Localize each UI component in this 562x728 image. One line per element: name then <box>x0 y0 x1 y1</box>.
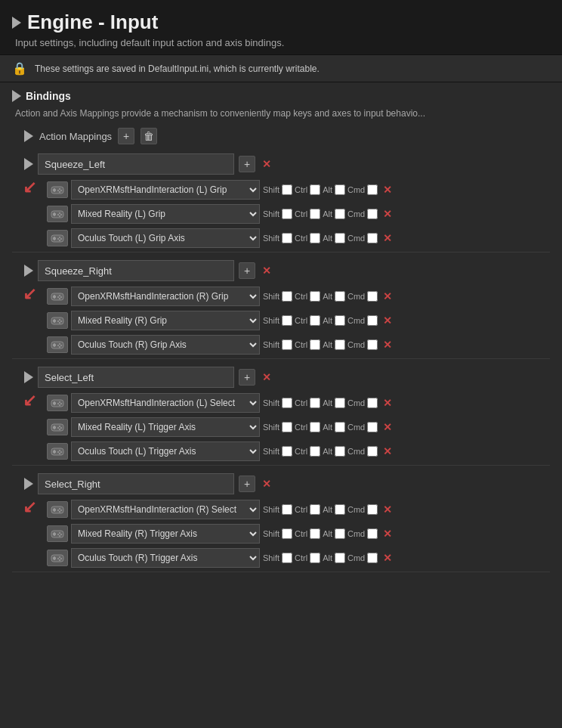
binding-select-0-0[interactable]: OpenXRMsftHandInteraction (L) Grip <box>71 180 260 200</box>
mod-checkbox-cmd-2-0[interactable] <box>367 398 378 408</box>
mod-checkbox-shift-3-1[interactable] <box>282 528 292 539</box>
delete-group-button-0[interactable]: ✕ <box>260 158 273 170</box>
mod-checkbox-cmd-3-0[interactable] <box>367 504 378 515</box>
delete-binding-button-0-0[interactable]: ✕ <box>381 184 394 196</box>
delete-action-mapping-button[interactable]: 🗑 <box>140 128 157 144</box>
group-collapse-icon-2[interactable] <box>24 371 33 383</box>
binding-select-0-1[interactable]: Mixed Reality (L) Grip <box>71 204 260 224</box>
binding-select-3-2[interactable]: Oculus Touch (R) Trigger Axis <box>71 548 260 568</box>
mod-checkbox-cmd-0-0[interactable] <box>367 184 378 195</box>
gamepad-icon <box>47 550 68 566</box>
delete-binding-button-2-2[interactable]: ✕ <box>381 445 394 457</box>
svg-rect-30 <box>53 320 56 322</box>
delete-group-button-1[interactable]: ✕ <box>260 265 273 277</box>
mod-checkbox-ctrl-0-0[interactable] <box>310 184 320 195</box>
delete-binding-button-1-0[interactable]: ✕ <box>381 290 394 302</box>
mod-checkbox-cmd-1-2[interactable] <box>367 339 378 350</box>
mod-checkbox-alt-2-0[interactable] <box>335 398 345 408</box>
mod-checkbox-ctrl-0-1[interactable] <box>310 209 320 219</box>
mod-checkbox-ctrl-1-2[interactable] <box>310 339 320 350</box>
delete-binding-button-3-1[interactable]: ✕ <box>381 528 394 540</box>
mod-checkbox-shift-2-1[interactable] <box>282 422 292 432</box>
mod-checkbox-cmd-2-1[interactable] <box>367 422 378 432</box>
modifiers-1-2: ShiftCtrlAltCmd <box>263 339 378 350</box>
delete-binding-button-3-2[interactable]: ✕ <box>381 552 394 564</box>
add-action-mapping-button[interactable]: + <box>118 128 134 144</box>
mod-checkbox-shift-0-1[interactable] <box>282 209 292 219</box>
mod-checkbox-alt-3-1[interactable] <box>335 528 345 539</box>
mod-checkbox-alt-3-0[interactable] <box>335 504 345 515</box>
binding-select-3-0[interactable]: OpenXRMsftHandInteraction (R) Select <box>71 500 260 519</box>
collapse-icon[interactable] <box>12 17 21 29</box>
binding-select-1-2[interactable]: Oculus Touch (R) Grip Axis <box>71 335 260 355</box>
binding-select-2-2[interactable]: Oculus Touch (L) Trigger Axis <box>71 441 260 461</box>
mod-checkbox-cmd-0-1[interactable] <box>367 209 378 219</box>
delete-binding-button-2-1[interactable]: ✕ <box>381 421 394 433</box>
svg-point-5 <box>57 190 59 191</box>
delete-binding-button-1-2[interactable]: ✕ <box>381 339 394 351</box>
svg-point-32 <box>60 321 62 322</box>
mod-checkbox-ctrl-2-2[interactable] <box>310 446 320 457</box>
mod-checkbox-cmd-2-2[interactable] <box>367 446 378 457</box>
mod-checkbox-ctrl-3-2[interactable] <box>310 553 320 563</box>
mod-checkbox-shift-2-2[interactable] <box>282 446 292 457</box>
mod-checkbox-ctrl-2-0[interactable] <box>310 398 320 408</box>
mod-checkbox-alt-1-2[interactable] <box>335 339 345 350</box>
group-collapse-icon-3[interactable] <box>24 478 33 490</box>
mod-checkbox-ctrl-1-1[interactable] <box>310 315 320 326</box>
mod-checkbox-alt-1-0[interactable] <box>335 291 345 302</box>
mod-checkbox-shift-2-0[interactable] <box>282 398 292 408</box>
binding-select-3-1[interactable]: Mixed Reality (R) Trigger Axis <box>71 524 260 544</box>
mod-checkbox-shift-0-2[interactable] <box>282 233 292 243</box>
add-binding-button-2[interactable]: + <box>239 369 255 386</box>
add-binding-button-3[interactable]: + <box>239 476 255 492</box>
delete-binding-button-3-0[interactable]: ✕ <box>381 503 394 516</box>
delete-group-button-3[interactable]: ✕ <box>260 478 273 490</box>
group-name-input-2[interactable] <box>38 367 234 388</box>
mod-checkbox-cmd-3-2[interactable] <box>367 553 378 563</box>
mod-checkbox-shift-1-2[interactable] <box>282 339 292 350</box>
action-mappings-collapse-icon[interactable] <box>24 130 33 142</box>
binding-select-1-0[interactable]: OpenXRMsftHandInteraction (R) Grip <box>71 287 260 306</box>
mod-checkbox-alt-1-1[interactable] <box>335 315 345 326</box>
mod-checkbox-alt-2-1[interactable] <box>335 422 345 432</box>
bindings-collapse-icon[interactable] <box>12 90 21 102</box>
mod-checkbox-cmd-0-2[interactable] <box>367 233 378 243</box>
mod-checkbox-ctrl-0-2[interactable] <box>310 233 320 243</box>
delete-binding-button-1-1[interactable]: ✕ <box>381 314 394 327</box>
mod-checkbox-ctrl-2-1[interactable] <box>310 422 320 432</box>
mod-checkbox-shift-3-0[interactable] <box>282 504 292 515</box>
delete-binding-button-0-1[interactable]: ✕ <box>381 208 394 220</box>
mod-checkbox-alt-0-1[interactable] <box>335 209 345 219</box>
group-name-input-0[interactable] <box>38 153 234 175</box>
binding-select-2-1[interactable]: Mixed Reality (L) Trigger Axis <box>71 417 260 437</box>
mod-checkbox-cmd-3-1[interactable] <box>367 528 378 539</box>
group-name-input-3[interactable] <box>38 473 234 494</box>
mod-checkbox-shift-0-0[interactable] <box>282 184 292 195</box>
mod-checkbox-alt-3-2[interactable] <box>335 553 345 563</box>
mod-checkbox-cmd-1-1[interactable] <box>367 315 378 326</box>
mod-checkbox-shift-1-1[interactable] <box>282 315 292 326</box>
delete-group-button-2[interactable]: ✕ <box>260 371 273 383</box>
mod-checkbox-alt-2-2[interactable] <box>335 446 345 457</box>
mod-checkbox-shift-3-2[interactable] <box>282 553 292 563</box>
binding-row-3-1: Mixed Reality (R) Trigger AxisShiftCtrlA… <box>12 522 550 546</box>
binding-select-2-0[interactable]: OpenXRMsftHandInteraction (L) Select <box>71 393 260 413</box>
add-binding-button-1[interactable]: + <box>239 262 255 279</box>
add-binding-button-0[interactable]: + <box>239 156 255 172</box>
mod-checkbox-cmd-1-0[interactable] <box>367 291 378 302</box>
binding-select-0-2[interactable]: Oculus Touch (L) Grip Axis <box>71 228 260 248</box>
mod-checkbox-ctrl-3-0[interactable] <box>310 504 320 515</box>
svg-point-83 <box>59 559 60 561</box>
group-name-input-1[interactable] <box>38 260 234 281</box>
mod-checkbox-ctrl-3-1[interactable] <box>310 528 320 539</box>
mod-checkbox-shift-1-0[interactable] <box>282 291 292 302</box>
delete-binding-button-0-2[interactable]: ✕ <box>381 232 394 244</box>
delete-binding-button-2-0[interactable]: ✕ <box>381 397 394 409</box>
mod-checkbox-ctrl-1-0[interactable] <box>310 291 320 302</box>
mod-checkbox-alt-0-0[interactable] <box>335 184 345 195</box>
binding-select-1-1[interactable]: Mixed Reality (R) Grip <box>71 311 260 330</box>
mod-checkbox-alt-0-2[interactable] <box>335 233 345 243</box>
group-collapse-icon-1[interactable] <box>24 265 33 277</box>
group-collapse-icon-0[interactable] <box>24 158 33 170</box>
